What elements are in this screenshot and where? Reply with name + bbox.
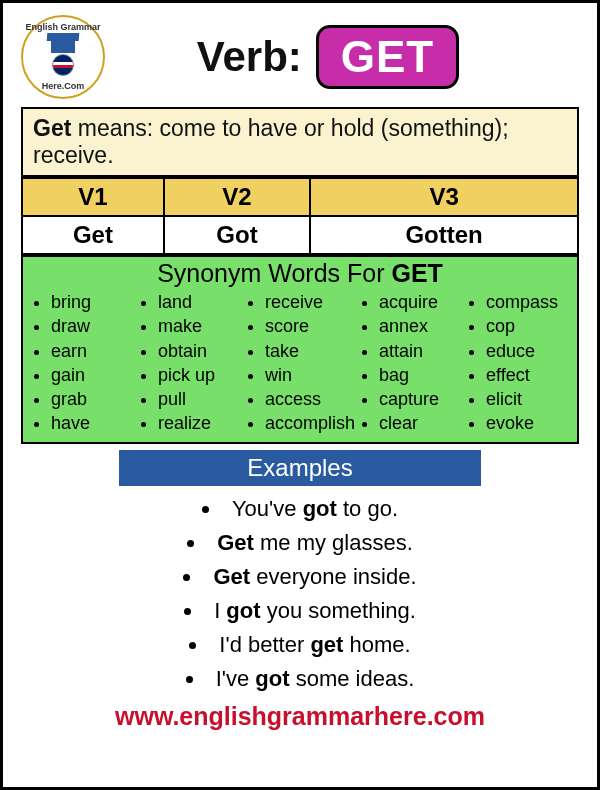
- uk-flag-icon: [52, 54, 74, 76]
- forms-header-row: V1 V2 V3: [22, 178, 578, 216]
- synonym-item: obtain: [158, 339, 241, 363]
- example-item: I got you something.: [21, 594, 579, 628]
- graduation-cap-icon: [51, 39, 75, 53]
- synonyms-title: Synonym Words For GET: [31, 259, 569, 288]
- synonym-item: acquire: [379, 290, 462, 314]
- verb-forms-table: V1 V2 V3 Get Got Gotten: [21, 177, 579, 255]
- synonym-item: effect: [486, 363, 569, 387]
- examples-list: You've got to go.Get me my glasses.Get e…: [21, 492, 579, 697]
- synonym-item: evoke: [486, 411, 569, 435]
- synonym-col-3: receivescoretakewinaccessaccomplish: [245, 290, 355, 436]
- definition-box: Get means: come to have or hold (somethi…: [21, 107, 579, 177]
- verb-box: GET: [316, 25, 459, 89]
- synonym-item: annex: [379, 314, 462, 338]
- verb-label: Verb:: [197, 33, 302, 81]
- form-value-v1: Get: [22, 216, 164, 254]
- synonym-item: score: [265, 314, 355, 338]
- form-value-v3: Gotten: [310, 216, 578, 254]
- example-item: I've got some ideas.: [21, 662, 579, 696]
- synonym-item: compass: [486, 290, 569, 314]
- synonym-item: bring: [51, 290, 134, 314]
- synonym-item: accomplish: [265, 411, 355, 435]
- logo-text-bottom: Here.Com: [42, 82, 85, 91]
- example-item: I'd better get home.: [21, 628, 579, 662]
- synonym-col-4: acquireannexattainbagcaptureclear: [359, 290, 462, 436]
- title-wrap: Verb: GET: [77, 25, 579, 89]
- footer-url: www.englishgrammarhere.com: [21, 702, 579, 731]
- synonyms-title-prefix: Synonym Words For: [157, 259, 391, 287]
- examples-header: Examples: [119, 450, 482, 486]
- synonym-item: pick up: [158, 363, 241, 387]
- synonyms-title-verb: GET: [391, 259, 442, 287]
- example-item: Get everyone inside.: [21, 560, 579, 594]
- synonym-item: cop: [486, 314, 569, 338]
- synonym-item: bag: [379, 363, 462, 387]
- form-header-v3: V3: [310, 178, 578, 216]
- synonym-item: have: [51, 411, 134, 435]
- synonym-item: realize: [158, 411, 241, 435]
- example-item: You've got to go.: [21, 492, 579, 526]
- synonym-item: attain: [379, 339, 462, 363]
- synonym-item: receive: [265, 290, 355, 314]
- synonym-item: clear: [379, 411, 462, 435]
- form-value-v2: Got: [164, 216, 310, 254]
- synonym-col-5: compasscopeduceeffectelicitevoke: [466, 290, 569, 436]
- synonym-item: land: [158, 290, 241, 314]
- forms-value-row: Get Got Gotten: [22, 216, 578, 254]
- synonym-item: access: [265, 387, 355, 411]
- synonym-item: earn: [51, 339, 134, 363]
- synonym-item: elicit: [486, 387, 569, 411]
- synonym-item: gain: [51, 363, 134, 387]
- definition-term: Get: [33, 115, 71, 141]
- example-item: Get me my glasses.: [21, 526, 579, 560]
- synonym-item: pull: [158, 387, 241, 411]
- synonym-col-1: bringdrawearngaingrabhave: [31, 290, 134, 436]
- synonym-item: win: [265, 363, 355, 387]
- synonym-item: grab: [51, 387, 134, 411]
- synonyms-columns: bringdrawearngaingrabhave landmakeobtain…: [31, 290, 569, 436]
- synonym-item: take: [265, 339, 355, 363]
- definition-text: means: come to have or hold (something);…: [33, 115, 509, 168]
- synonym-item: make: [158, 314, 241, 338]
- synonym-col-2: landmakeobtainpick uppullrealize: [138, 290, 241, 436]
- logo-graphic: [51, 39, 75, 76]
- synonyms-box: Synonym Words For GET bringdrawearngaing…: [21, 255, 579, 444]
- form-header-v1: V1: [22, 178, 164, 216]
- site-logo: English Grammar Here.Com: [21, 15, 105, 99]
- synonym-item: draw: [51, 314, 134, 338]
- logo-text-top: English Grammar: [25, 23, 100, 32]
- form-header-v2: V2: [164, 178, 310, 216]
- header-row: English Grammar Here.Com Verb: GET: [21, 15, 579, 99]
- synonym-item: capture: [379, 387, 462, 411]
- synonym-item: educe: [486, 339, 569, 363]
